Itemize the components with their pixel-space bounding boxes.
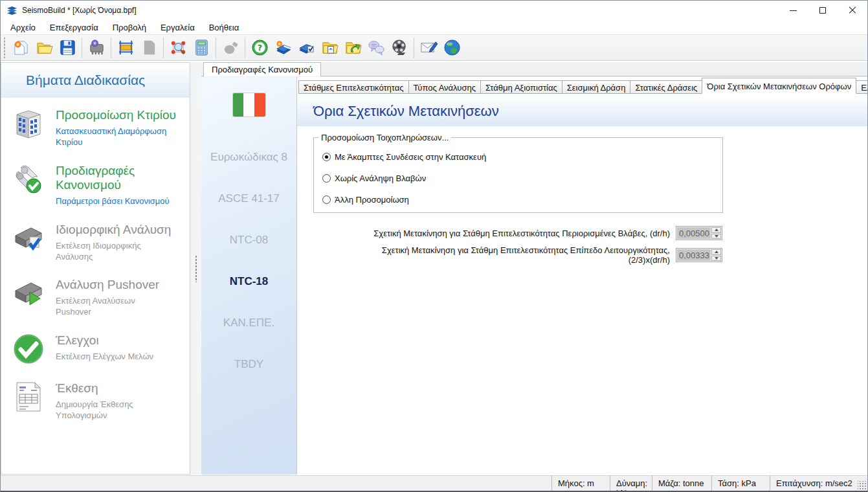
- menu-view[interactable]: Προβολή: [106, 21, 153, 34]
- radio-other-modelling[interactable]: Άλλη Προσομοίωση: [322, 194, 409, 205]
- resize-grip[interactable]: [858, 481, 867, 490]
- maximize-icon: [819, 7, 826, 14]
- code-item-asce-41-17[interactable]: ASCE 41-17: [201, 178, 296, 219]
- sidebar-item-report[interactable]: Έκθεση Δημιουργία Έκθεσης Υπολογισμών: [12, 380, 186, 421]
- email-support-button[interactable]: [417, 36, 440, 60]
- video-button[interactable]: [388, 36, 411, 60]
- field-label: Σχετική Μετακίνηση για Στάθμη Επιτελεστι…: [362, 229, 670, 238]
- open-project-button[interactable]: [32, 36, 56, 60]
- splitter-grip-icon: [195, 255, 197, 282]
- video-icon: [390, 38, 409, 57]
- new-file-button[interactable]: [9, 36, 32, 60]
- field-label: Σχετική Μετακίνηση για Στάθμη Επιτελεστι…: [362, 245, 670, 265]
- app-logo-icon: [6, 5, 17, 16]
- infill-modelling-groupbox: Προσομοίωση Τοιχοπληρώσεων... Με Άκαμπτε…: [313, 137, 723, 213]
- code-item-tbdy[interactable]: TBDY: [201, 344, 296, 385]
- tutorial-button[interactable]: [271, 36, 295, 60]
- save-icon: [58, 38, 77, 57]
- menu-edit[interactable]: Επεξεργασία: [43, 21, 106, 34]
- sidebar-header: Βήματα Διαδικασίας: [1, 63, 190, 98]
- subtab-interstorey-drift-limits[interactable]: Όρια Σχετικών Μετακινήσεων Ορόφων: [702, 78, 856, 94]
- website-button[interactable]: [440, 36, 463, 60]
- calculator-button[interactable]: [190, 36, 213, 60]
- subtab-reliability-level[interactable]: Στάθμη Αξιοπιστίας: [480, 80, 562, 94]
- model-view-button[interactable]: [166, 36, 190, 60]
- model-view-icon: [169, 38, 188, 57]
- sample-files-button[interactable]: [318, 36, 341, 60]
- radio-label: Με Άκαμπτες Συνδέσεις στην Κατασκευή: [335, 152, 486, 162]
- toolbar-separator: [216, 38, 216, 58]
- menu-help[interactable]: Βοήθεια: [202, 21, 247, 34]
- steps-list: Προσομοίωση Κτιρίου Κατασκευαστική Διαμό…: [1, 98, 190, 436]
- sidebar-item-pushover-analysis[interactable]: Ανάλυση Pushover Εκτέλεση Αναλύσεων Push…: [12, 276, 186, 318]
- maximize-button[interactable]: [808, 1, 838, 20]
- page-disabled-button: [137, 36, 161, 60]
- sidebar-item-checks[interactable]: Έλεγχοι Εκτέλεση Ελέγχων Μελών: [12, 332, 186, 366]
- help-button[interactable]: ?: [248, 36, 271, 60]
- step-subtitle: Δημιουργία Έκθεσης Υπολογισμών: [56, 399, 172, 421]
- svg-text:?: ?: [257, 43, 262, 52]
- minimize-icon: [790, 10, 797, 11]
- code-item-eurocode8[interactable]: Ευρωκώδικας 8: [201, 137, 296, 178]
- spin-down-button[interactable]: [711, 256, 721, 262]
- drift-limits-page: Όρια Σχετικών Μετακινήσεων Προσομοίωση Τ…: [297, 94, 867, 475]
- toolbar-separator: [245, 38, 245, 58]
- run-analysis-button[interactable]: [85, 36, 108, 60]
- spin-value: 0,00500: [677, 227, 711, 239]
- close-button[interactable]: [838, 1, 867, 20]
- code-selector-panel: Ευρωκώδικας 8 ASCE 41-17 NTC-08 NTC-18 Κ…: [201, 77, 297, 475]
- arrow-down-icon: [715, 235, 718, 238]
- page-heading-band: Όρια Σχετικών Μετακινήσεων: [297, 96, 867, 126]
- verification-button[interactable]: [295, 36, 318, 60]
- save-button[interactable]: [56, 36, 79, 60]
- spin-down-button[interactable]: [711, 234, 721, 240]
- toolbar: ?: [1, 34, 867, 61]
- open-folder-icon: [35, 38, 54, 57]
- brush-disabled-icon: [221, 38, 240, 57]
- step-title: Έκθεση: [56, 381, 172, 396]
- toolbar-separator: [414, 38, 414, 58]
- subtab-checks[interactable]: Ελεγχοι: [856, 80, 868, 94]
- import-folder-icon: [344, 38, 362, 57]
- code-list: Ευρωκώδικας 8 ASCE 41-17 NTC-08 NTC-18 Κ…: [201, 137, 296, 385]
- toolbar-separator: [82, 38, 82, 58]
- subtab-analysis-type[interactable]: Τύπος Ανάλυσης: [408, 80, 481, 94]
- step-subtitle: Εκτέλεση Ελέγχων Μελών: [56, 352, 153, 363]
- main-panel: Προδιαγραφές Κανονισμού Ευρωκώδικας 8 AS…: [201, 62, 867, 475]
- radio-rigid-connections[interactable]: Με Άκαμπτες Συνδέσεις στην Κατασκευή: [322, 151, 486, 162]
- subtab-performance-levels[interactable]: Στάθμες Επιτελεστικότητας: [298, 80, 409, 94]
- radio-no-damage[interactable]: Χωρίς Ανάληψη Βλαβών: [322, 172, 426, 184]
- spin-up-button[interactable]: [711, 227, 721, 233]
- statusbar-spacer: [1, 476, 551, 491]
- window-controls: [778, 1, 867, 20]
- field-drift-limited-damage: Σχετική Μετακίνηση για Στάθμη Επιτελεστι…: [362, 225, 722, 241]
- sidebar-item-eigenvalue-analysis[interactable]: Ιδιομορφική Ανάλυση Εκτέλεση Ιδιομορφική…: [12, 221, 186, 263]
- import-button[interactable]: [341, 36, 364, 60]
- code-item-ntc-08[interactable]: NTC-08: [201, 219, 296, 261]
- calculator-icon: [192, 38, 211, 57]
- section-editor-button[interactable]: [114, 36, 137, 60]
- step-title: Προσομοίωση Κτιρίου: [56, 108, 176, 122]
- sidebar-item-building-modelling[interactable]: Προσομοίωση Κτιρίου Κατασκευαστική Διαμό…: [12, 107, 186, 148]
- forum-button[interactable]: [364, 36, 388, 60]
- code-scroll-icon: [12, 162, 45, 196]
- status-acceleration-unit: Επιτάχυνση: m/sec2: [770, 476, 858, 491]
- code-item-ntc-18[interactable]: NTC-18: [201, 261, 296, 302]
- status-mass-unit: Μάζα: tonne: [652, 476, 711, 491]
- radio-label: Άλλη Προσομοίωση: [335, 195, 409, 205]
- spinner: [711, 249, 721, 261]
- minimize-button[interactable]: [778, 1, 808, 20]
- menu-file[interactable]: Αρχείο: [3, 21, 43, 34]
- toolbar-grip[interactable]: [3, 38, 6, 58]
- tab-code-requirements[interactable]: Προδιαγραφές Κανονισμού: [203, 62, 321, 76]
- subtab-seismic-action[interactable]: Σεισμική Δράση: [562, 80, 631, 94]
- spin-up-button[interactable]: [711, 249, 721, 255]
- tutorial-book-icon: [274, 38, 293, 57]
- subtab-static-actions[interactable]: Στατικές Δράσεις: [630, 80, 702, 94]
- menu-tools[interactable]: Εργαλεία: [153, 21, 202, 34]
- sample-folder-icon: [320, 38, 339, 57]
- sidebar-item-code-requirements[interactable]: Προδιαγραφές Κανονισμού Παράμετροι βάσει…: [12, 162, 186, 207]
- title-bar: SeismoBuild * [Χωρίς Όνομα.bpf]: [1, 1, 867, 20]
- code-item-kan-epe[interactable]: ΚΑΝ.ΕΠΕ.: [201, 302, 296, 344]
- sidebar-splitter[interactable]: [190, 62, 201, 475]
